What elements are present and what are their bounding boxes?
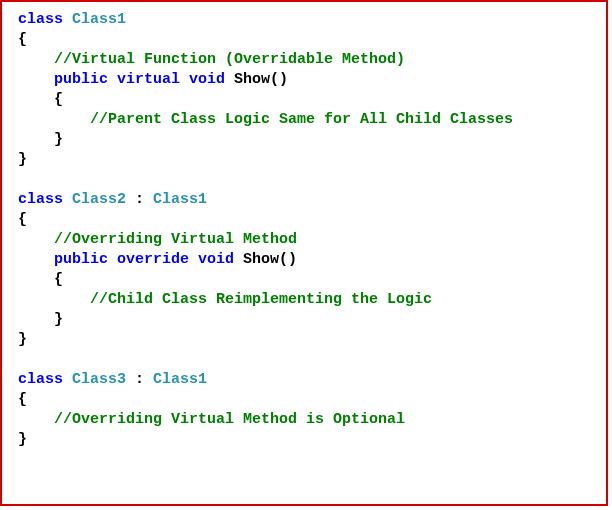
type-name: Class1 <box>72 11 126 28</box>
base-type: Class1 <box>153 191 207 208</box>
keyword-class: class <box>18 371 63 388</box>
comment-line: //Overriding Virtual Method is Optional <box>54 411 405 428</box>
base-type: Class1 <box>153 371 207 388</box>
code-frame: class Class1 { //Virtual Function (Overr… <box>0 0 608 506</box>
separator: : <box>126 191 153 208</box>
keyword-class: class <box>18 191 63 208</box>
brace-close: } <box>18 151 27 168</box>
method-name: Show() <box>234 71 288 88</box>
keyword-virtual: virtual <box>117 71 180 88</box>
brace-open: { <box>54 271 63 288</box>
brace-open: { <box>18 391 27 408</box>
type-name: Class2 <box>72 191 126 208</box>
keyword-void: void <box>189 71 225 88</box>
separator: : <box>126 371 153 388</box>
keyword-public: public <box>54 251 108 268</box>
brace-close: } <box>18 431 27 448</box>
comment-line: //Parent Class Logic Same for All Child … <box>90 111 513 128</box>
comment-line: //Virtual Function (Overridable Method) <box>54 51 405 68</box>
brace-open: { <box>54 91 63 108</box>
comment-line: //Child Class Reimplementing the Logic <box>90 291 432 308</box>
keyword-override: override <box>117 251 189 268</box>
brace-close: } <box>54 311 63 328</box>
brace-close: } <box>54 131 63 148</box>
keyword-void: void <box>198 251 234 268</box>
brace-close: } <box>18 331 27 348</box>
code-block: class Class1 { //Virtual Function (Overr… <box>2 2 606 458</box>
keyword-public: public <box>54 71 108 88</box>
brace-open: { <box>18 31 27 48</box>
type-name: Class3 <box>72 371 126 388</box>
keyword-class: class <box>18 11 63 28</box>
method-name: Show() <box>243 251 297 268</box>
comment-line: //Overriding Virtual Method <box>54 231 297 248</box>
brace-open: { <box>18 211 27 228</box>
